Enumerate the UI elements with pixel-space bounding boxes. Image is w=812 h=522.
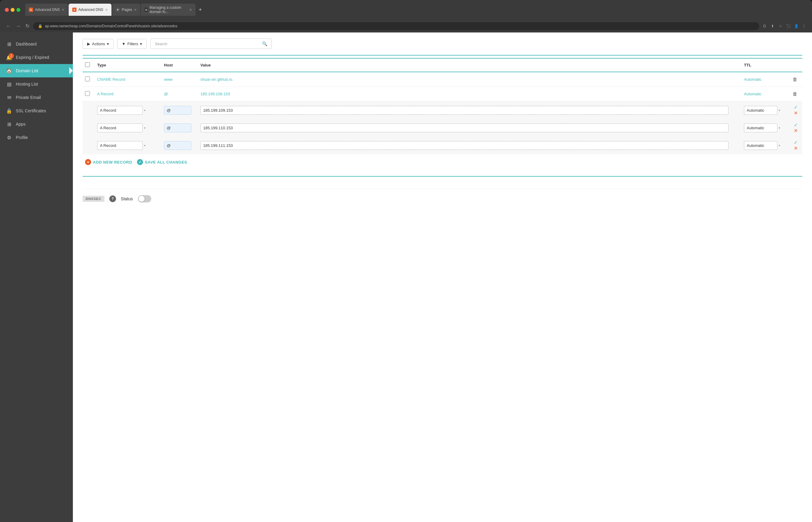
search-input[interactable] bbox=[155, 42, 259, 46]
search-box[interactable]: 🔍 bbox=[150, 39, 272, 49]
filters-button[interactable]: ▼ Filters ▾ bbox=[117, 39, 147, 49]
record-value-1: shuai-xin.github.io. bbox=[200, 77, 233, 82]
profile-icon[interactable]: 👤 bbox=[793, 23, 799, 29]
confirm-button-2[interactable]: ✓ bbox=[794, 122, 798, 128]
toggle-knob bbox=[138, 196, 144, 202]
sidebar-item-apps[interactable]: ⊞ Apps bbox=[0, 117, 73, 131]
save-label: SAVE ALL CHANGES bbox=[145, 160, 187, 164]
browser-tab-4[interactable]: G Managing a custom domain fo... ✕ bbox=[141, 4, 196, 16]
table-row: A Record @ 185.199.108.153 Automatic 🗑 bbox=[83, 87, 802, 101]
tab-close-3[interactable]: ✕ bbox=[134, 8, 137, 12]
record-host-2: @ bbox=[164, 92, 168, 96]
sidebar-item-domain-list[interactable]: 🏠 Domain List bbox=[0, 64, 73, 77]
actions-play-icon: ▶ bbox=[87, 42, 90, 46]
edit-ttl-wrapper-2: Automatic 5 min 30 min 1 hour ▾ bbox=[744, 123, 788, 132]
filters-chevron-icon: ▾ bbox=[140, 42, 142, 46]
dns-table: Type Host Value TTL bbox=[83, 58, 802, 154]
dnssec-help-button[interactable]: ? bbox=[109, 196, 116, 202]
ttl-dropdown-arrow-3: ▾ bbox=[779, 144, 780, 147]
edit-type-wrapper-1: A Record CNAME Record MX Record TXT Reco… bbox=[97, 106, 159, 115]
actions-chevron-icon: ▾ bbox=[107, 42, 109, 46]
confirm-button-1[interactable]: ✓ bbox=[794, 104, 798, 110]
extensions-icon[interactable]: ⬛ bbox=[785, 23, 791, 29]
edit-host-input-2[interactable] bbox=[164, 123, 191, 132]
edit-host-input-1[interactable] bbox=[164, 106, 191, 115]
edit-value-input-2[interactable]: 185.199.110.153 bbox=[200, 123, 729, 132]
cancel-button-3[interactable]: ✕ bbox=[794, 145, 798, 151]
address-bar[interactable]: 🔒 ap.www.namecheap.com/Domains/DomainCon… bbox=[33, 22, 759, 30]
sidebar-label-email: Private Email bbox=[16, 95, 41, 100]
add-record-button[interactable]: + ADD NEW RECORD bbox=[85, 159, 132, 165]
share-icon[interactable]: ⬆ bbox=[770, 23, 776, 29]
tab-label-2: Advanced DNS bbox=[78, 7, 103, 12]
type-dropdown-arrow-1: ▾ bbox=[144, 109, 146, 112]
cancel-button-1[interactable]: ✕ bbox=[794, 110, 798, 116]
bookmark-icon[interactable]: ☆ bbox=[777, 23, 784, 29]
sidebar-label-profile: Profile bbox=[16, 135, 28, 140]
close-traffic-light[interactable] bbox=[5, 8, 9, 12]
edit-ttl-select-3[interactable]: Automatic 5 min 30 min 1 hour bbox=[744, 141, 777, 150]
sidebar-item-ssl[interactable]: 🔒 SSL Certificates bbox=[0, 104, 73, 117]
sidebar-label-hosting: Hosting List bbox=[16, 82, 38, 86]
sidebar-label-domain: Domain List bbox=[16, 68, 38, 73]
actions-button[interactable]: ▶ Actions ▾ bbox=[83, 39, 114, 49]
add-icon: + bbox=[85, 159, 91, 165]
maximize-traffic-light[interactable] bbox=[16, 8, 20, 12]
edit-type-select-2[interactable]: A Record CNAME Record MX Record bbox=[97, 123, 143, 132]
back-button[interactable]: ← bbox=[5, 22, 12, 30]
tab-close-4[interactable]: ✕ bbox=[189, 8, 192, 12]
browser-toolbar: ← → ↻ 🔒 ap.www.namecheap.com/Domains/Dom… bbox=[0, 19, 812, 33]
record-type-cname[interactable]: CNAME Record bbox=[97, 77, 125, 82]
sidebar-item-expiring[interactable]: 🔔 2 Expiring / Expired bbox=[0, 51, 73, 64]
filter-icon: ▼ bbox=[122, 42, 126, 46]
forward-button[interactable]: → bbox=[15, 22, 22, 30]
edit-value-input-1[interactable]: 185.199.109.153 bbox=[200, 106, 729, 115]
select-all-checkbox[interactable] bbox=[85, 62, 90, 67]
minimize-traffic-light[interactable] bbox=[11, 8, 15, 12]
expiring-badge: 2 bbox=[8, 53, 14, 59]
sidebar-label-dashboard: Dashboard bbox=[16, 42, 37, 46]
delete-button-1[interactable]: 🗑 bbox=[793, 77, 797, 82]
apps-icon: ⊞ bbox=[6, 121, 12, 127]
confirm-button-3[interactable]: ✓ bbox=[794, 140, 798, 145]
browser-tab-3[interactable]: P Pages ✕ bbox=[112, 4, 140, 16]
browser-tab-1[interactable]: N Advanced DNS ✕ bbox=[25, 4, 68, 16]
reload-button[interactable]: ↻ bbox=[24, 22, 31, 30]
edit-row-2: A Record CNAME Record MX Record ▾ 185.19… bbox=[83, 119, 802, 137]
tab-close-1[interactable]: ✕ bbox=[62, 8, 64, 12]
sidebar-item-hosting[interactable]: ▤ Hosting List bbox=[0, 77, 73, 91]
dnssec-status-label: Status bbox=[121, 196, 133, 201]
edit-value-input-3[interactable]: 185.199.111.153 bbox=[200, 141, 729, 150]
tab-close-2[interactable]: ✕ bbox=[105, 8, 108, 12]
header-action bbox=[790, 58, 802, 72]
ssl-icon: 🔒 bbox=[6, 108, 12, 114]
save-all-button[interactable]: ✓ SAVE ALL CHANGES bbox=[137, 159, 187, 165]
sidebar-label-ssl: SSL Certificates bbox=[16, 108, 46, 113]
sidebar-item-profile[interactable]: ⚙ Profile bbox=[0, 131, 73, 144]
edit-type-select-3[interactable]: A Record CNAME Record MX Record bbox=[97, 141, 143, 150]
row-checkbox-1[interactable] bbox=[85, 77, 90, 81]
sidebar-item-email[interactable]: ✉ Private Email bbox=[0, 91, 73, 104]
edit-ttl-wrapper-1: Automatic 5 min 30 min 1 hour ▾ bbox=[744, 106, 788, 115]
menu-icon[interactable]: ⋮ bbox=[801, 23, 807, 29]
browser-frame: N Advanced DNS ✕ N Advanced DNS ✕ P Page… bbox=[0, 0, 812, 522]
ttl-dropdown-arrow-1: ▾ bbox=[779, 109, 780, 112]
dnssec-toggle[interactable] bbox=[138, 195, 151, 202]
row-checkbox-2[interactable] bbox=[85, 91, 90, 96]
edit-host-input-3[interactable] bbox=[164, 141, 191, 150]
cancel-button-2[interactable]: ✕ bbox=[794, 128, 798, 134]
tab-label-1: Advanced DNS bbox=[35, 7, 60, 12]
sidebar-label-expiring: Expiring / Expired bbox=[16, 55, 49, 60]
delete-button-2[interactable]: 🗑 bbox=[793, 92, 797, 97]
sidebar-label-apps: Apps bbox=[16, 122, 25, 126]
edit-ttl-select-2[interactable]: Automatic 5 min 30 min 1 hour bbox=[744, 123, 777, 132]
new-tab-button[interactable]: + bbox=[196, 4, 205, 16]
edit-type-select-1[interactable]: A Record CNAME Record MX Record TXT Reco… bbox=[97, 106, 143, 115]
main-content: ▶ Actions ▾ ▼ Filters ▾ 🔍 bbox=[73, 33, 812, 522]
tab-label-4: Managing a custom domain fo... bbox=[149, 5, 187, 14]
google-icon[interactable]: G bbox=[761, 23, 768, 29]
record-type-a[interactable]: A Record bbox=[97, 92, 113, 96]
edit-ttl-select-1[interactable]: Automatic 5 min 30 min 1 hour bbox=[744, 106, 777, 115]
sidebar-item-dashboard[interactable]: ⊞ Dashboard bbox=[0, 37, 73, 51]
browser-tab-2[interactable]: N Advanced DNS ✕ bbox=[69, 4, 112, 16]
